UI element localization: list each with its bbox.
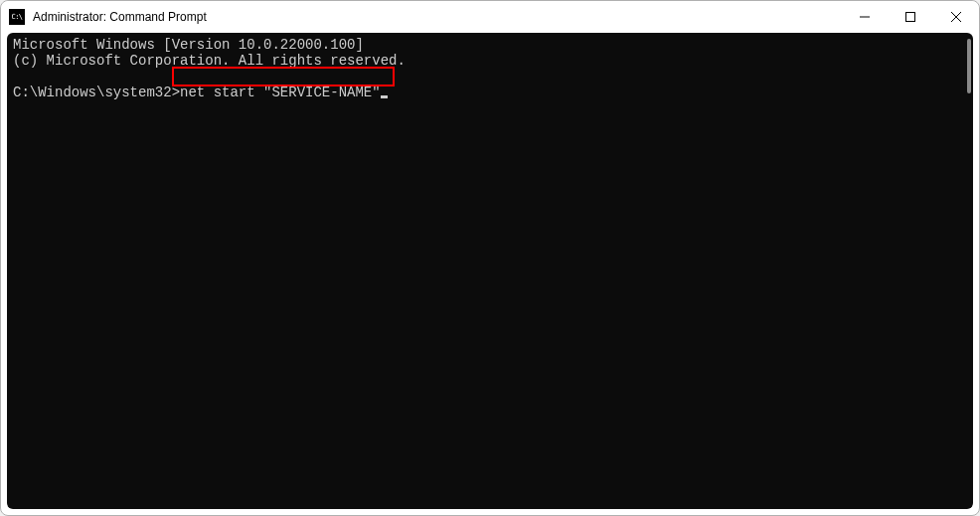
scrollbar-thumb[interactable] [967,39,971,93]
terminal-client-area: Microsoft Windows [Version 10.0.22000.10… [7,33,973,509]
close-button[interactable] [933,1,979,33]
command-prompt-window: C:\ Administrator: Command Prompt Micros… [0,0,980,516]
window-title: Administrator: Command Prompt [33,10,207,24]
prompt-text: C:\Windows\system32> [13,85,180,100]
text-cursor [381,95,388,98]
command-text: net start "SERVICE-NAME" [180,85,381,100]
minimize-button[interactable] [842,1,888,33]
terminal-output[interactable]: Microsoft Windows [Version 10.0.22000.10… [7,33,959,509]
version-line: Microsoft Windows [Version 10.0.22000.10… [13,37,364,53]
svg-rect-1 [906,13,915,22]
maximize-button[interactable] [888,1,933,33]
titlebar[interactable]: C:\ Administrator: Command Prompt [1,1,979,33]
cmd-icon: C:\ [9,9,25,25]
copyright-line: (c) Microsoft Corporation. All rights re… [13,53,406,69]
vertical-scrollbar[interactable] [959,33,973,509]
